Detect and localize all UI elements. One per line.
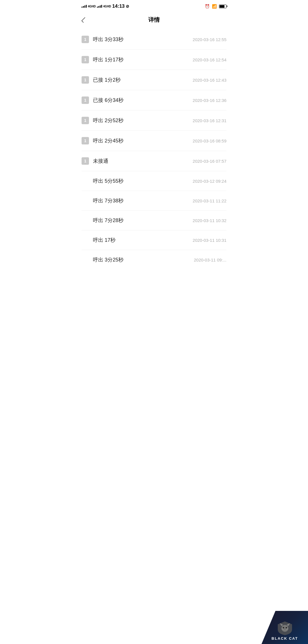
list-item[interactable]: 1 呼出 3分33秒 2020-03-16 12:55 xyxy=(82,29,226,50)
list-item[interactable]: 1 呼出 2分52秒 2020-03-16 12:31 xyxy=(82,110,226,131)
list-item[interactable]: 呼出 7分28秒 2020-03-11 10:32 xyxy=(82,211,226,230)
wifi-icon: 📶 xyxy=(212,4,217,9)
back-button[interactable] xyxy=(82,16,87,24)
signal-bar xyxy=(82,7,82,8)
status-bar: 4GHD 4GHD 14:13 ⊘ ⏰ 📶 xyxy=(77,0,231,13)
call-description: 呼出 2分45秒 xyxy=(93,137,123,144)
signal-bar xyxy=(84,5,85,8)
call-info: 呼出 3分25秒 2020-03-11 09:... xyxy=(93,256,226,263)
call-badge: 1 xyxy=(82,96,89,104)
call-badge: 1 xyxy=(82,117,89,124)
call-description: 呼出 1分17秒 xyxy=(93,56,123,63)
list-item[interactable]: 1 已接 1分2秒 2020-03-16 12:43 xyxy=(82,70,226,90)
signal-bar xyxy=(101,5,102,8)
call-description: 呼出 2分52秒 xyxy=(93,117,123,124)
call-timestamp: 2020-03-12 09:24 xyxy=(193,179,226,184)
battery-indicator xyxy=(219,5,226,8)
time-display: 14:13 xyxy=(112,3,125,9)
signal-bar xyxy=(98,6,99,8)
call-badge: 1 xyxy=(82,56,89,63)
list-item[interactable]: 1 呼出 2分45秒 2020-03-16 08:59 xyxy=(82,131,226,151)
list-item[interactable]: 呼出 5分55秒 2020-03-12 09:24 xyxy=(82,171,226,191)
call-description: 已接 1分2秒 xyxy=(93,77,121,83)
call-info: 已接 6分34秒 2020-03-16 12:36 xyxy=(93,97,226,104)
signal-bars-2 xyxy=(97,5,102,8)
call-info: 未接通 2020-03-16 07:57 xyxy=(93,158,226,164)
signal-bar xyxy=(100,5,101,8)
call-timestamp: 2020-03-11 10:31 xyxy=(193,238,226,243)
list-item[interactable]: 1 未接通 2020-03-16 07:57 xyxy=(82,151,226,171)
list-item[interactable]: 呼出 17秒 2020-03-11 10:31 xyxy=(82,230,226,250)
call-info: 呼出 17秒 2020-03-11 10:31 xyxy=(93,237,226,243)
list-item[interactable]: 1 已接 6分34秒 2020-03-16 12:36 xyxy=(82,90,226,110)
list-item[interactable]: 呼出 3分25秒 2020-03-11 09:... xyxy=(82,250,226,269)
network-label-2: 4GHD xyxy=(103,5,111,8)
page-title: 详情 xyxy=(82,16,226,24)
network-label-1: 4GHD xyxy=(88,5,96,8)
call-info: 呼出 1分17秒 2020-03-16 12:54 xyxy=(93,56,226,63)
call-timestamp: 2020-03-11 09:... xyxy=(194,257,226,262)
call-info: 呼出 7分28秒 2020-03-11 10:32 xyxy=(93,217,226,224)
status-bar-right: ⏰ 📶 xyxy=(205,4,226,9)
status-bar-left: 4GHD 4GHD 14:13 ⊘ xyxy=(82,3,129,9)
signal-bar xyxy=(97,7,98,8)
call-description: 已接 6分34秒 xyxy=(93,97,123,104)
back-arrow-icon xyxy=(81,17,87,23)
call-timestamp: 2020-03-11 11:22 xyxy=(193,198,226,203)
call-timestamp: 2020-03-16 12:43 xyxy=(193,78,226,82)
call-info: 呼出 3分33秒 2020-03-16 12:55 xyxy=(93,36,226,43)
call-info: 呼出 2分52秒 2020-03-16 12:31 xyxy=(93,117,226,124)
call-timestamp: 2020-03-16 12:55 xyxy=(193,37,226,42)
battery-fill xyxy=(220,5,224,8)
signal-bars-1 xyxy=(82,5,87,8)
call-description: 呼出 7分38秒 xyxy=(93,197,123,204)
call-info: 呼出 7分38秒 2020-03-11 11:22 xyxy=(93,197,226,204)
call-timestamp: 2020-03-16 12:54 xyxy=(193,57,226,62)
call-info: 已接 1分2秒 2020-03-16 12:43 xyxy=(93,77,226,83)
alarm-icon: ⏰ xyxy=(205,4,210,9)
call-timestamp: 2020-03-16 07:57 xyxy=(193,159,226,164)
call-badge: 1 xyxy=(82,137,89,144)
call-timestamp: 2020-03-16 12:36 xyxy=(193,98,226,103)
call-badge: 1 xyxy=(82,157,89,165)
call-badge: 1 xyxy=(82,36,89,43)
call-timestamp: 2020-03-16 12:31 xyxy=(193,118,226,123)
call-description: 呼出 3分33秒 xyxy=(93,36,123,43)
list-item[interactable]: 呼出 7分38秒 2020-03-11 11:22 xyxy=(82,191,226,211)
data-saver-icon: ⊘ xyxy=(126,4,129,9)
call-description: 未接通 xyxy=(93,158,108,164)
signal-bar xyxy=(83,6,84,8)
signal-bar xyxy=(86,5,87,8)
call-description: 呼出 5分55秒 xyxy=(93,178,123,184)
call-description: 呼出 17秒 xyxy=(93,237,116,243)
call-timestamp: 2020-03-16 08:59 xyxy=(193,138,226,143)
call-description: 呼出 7分28秒 xyxy=(93,217,123,224)
call-timestamp: 2020-03-11 10:32 xyxy=(193,218,226,223)
call-list: 1 呼出 3分33秒 2020-03-16 12:55 1 呼出 1分17秒 2… xyxy=(77,29,231,269)
call-info: 呼出 2分45秒 2020-03-16 08:59 xyxy=(93,137,226,144)
list-item[interactable]: 1 呼出 1分17秒 2020-03-16 12:54 xyxy=(82,50,226,70)
call-info: 呼出 5分55秒 2020-03-12 09:24 xyxy=(93,178,226,184)
call-badge: 1 xyxy=(82,76,89,84)
call-description: 呼出 3分25秒 xyxy=(93,256,123,263)
page-header: 详情 xyxy=(77,13,231,27)
